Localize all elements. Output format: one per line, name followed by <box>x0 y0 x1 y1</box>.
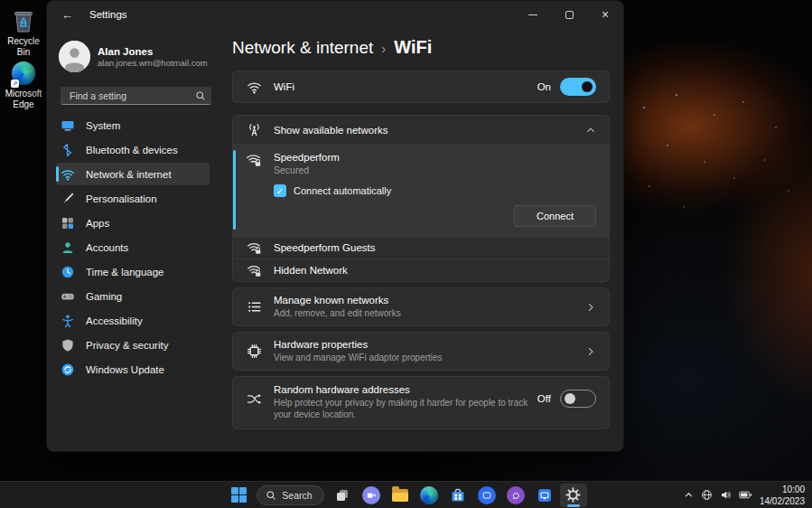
random-addresses-toggle-state: Off <box>537 393 551 404</box>
battery-icon <box>739 489 752 501</box>
breadcrumb-parent[interactable]: Network & internet <box>232 38 373 58</box>
get-help-link[interactable]: ? Get help <box>232 449 610 452</box>
network-speedperform-guests[interactable]: Speedperform Guests <box>233 236 609 259</box>
search-icon <box>195 90 206 101</box>
clock[interactable]: 10:00 14/02/2023 <box>760 484 805 507</box>
sidebar-item-network-internet[interactable]: Network & internet <box>56 163 210 185</box>
taskbar-center-apps: Search <box>225 484 586 507</box>
network-wifi-icon <box>61 167 75 182</box>
start-button[interactable] <box>225 484 252 507</box>
close-button[interactable]: × <box>587 1 623 28</box>
star <box>714 114 715 116</box>
settings-app-button[interactable] <box>560 484 587 507</box>
battery-tray-button[interactable] <box>739 489 752 501</box>
sidebar-item-gaming[interactable]: Gaming <box>56 285 210 307</box>
desktop-icon-label: Recycle Bin <box>0 36 47 57</box>
settings-sidebar: Alan Jones alan.jones.wm@hotmail.com Sys… <box>47 28 219 451</box>
connect-automatically-label: Connect automatically <box>294 185 391 196</box>
sidebar-item-system[interactable]: System <box>56 114 210 136</box>
volume-tray-button[interactable] <box>720 489 732 501</box>
connect-button[interactable]: Connect <box>514 205 596 227</box>
sidebar-item-time-language[interactable]: Time & language <box>56 260 210 283</box>
system-icon <box>61 118 75 133</box>
star <box>704 161 705 163</box>
recycle-bin-icon <box>10 7 37 34</box>
store-icon <box>450 487 466 503</box>
search-input[interactable] <box>68 89 195 102</box>
chat-icon <box>362 486 380 504</box>
desktop-icon-label: Microsoft Edge <box>0 89 47 109</box>
task-view-icon <box>334 487 350 503</box>
microsoft-store-button[interactable] <box>444 484 471 507</box>
random-addresses-toggle[interactable] <box>560 390 596 408</box>
clock-time: 10:00 <box>760 484 805 495</box>
edge-button[interactable] <box>415 484 443 507</box>
random-hardware-addresses-card: Random hardware addresses Help protect y… <box>232 376 610 429</box>
settings-nav: System Bluetooth & devices Network & int… <box>47 114 219 381</box>
desktop-icon-recycle-bin[interactable]: Recycle Bin <box>0 7 47 57</box>
star <box>676 94 677 96</box>
cast-app-button[interactable] <box>531 484 558 507</box>
cast-app-icon <box>537 487 553 503</box>
accessibility-icon <box>61 314 75 328</box>
time-language-icon <box>61 265 75 279</box>
manage-known-subtitle: Add, remove, and edit networks <box>274 307 401 319</box>
wifi-secured-icon <box>246 262 262 278</box>
sidebar-item-windows-update[interactable]: Windows Update <box>56 358 210 381</box>
task-view-button[interactable] <box>329 484 356 507</box>
wifi-toggle-state: On <box>537 81 551 92</box>
known-networks-icon <box>246 299 262 315</box>
minimize-button[interactable] <box>515 1 551 28</box>
loop-app-button[interactable] <box>502 484 529 507</box>
desktop-icon-microsoft-edge[interactable]: ↗ Microsoft Edge <box>0 60 47 109</box>
tray-chevron-icon <box>684 490 694 500</box>
chat-button[interactable] <box>358 484 385 507</box>
manage-known-networks-row[interactable]: Manage known networks Add, remove, and e… <box>233 288 609 325</box>
get-help-label: Get help <box>256 451 294 453</box>
sidebar-item-privacy-security[interactable]: Privacy & security <box>56 334 210 356</box>
hardware-properties-row[interactable]: Hardware properties View and manage WiFi… <box>233 333 609 370</box>
broadcast-icon <box>246 122 262 138</box>
file-explorer-button[interactable] <box>387 484 414 507</box>
maximize-icon <box>565 11 574 19</box>
file-explorer-icon <box>392 489 408 502</box>
maximize-button[interactable] <box>551 1 587 28</box>
wifi-toggle[interactable] <box>560 78 596 96</box>
window-title: Settings <box>89 9 127 20</box>
network-tray-button[interactable] <box>701 489 713 501</box>
shortcut-arrow-icon: ↗ <box>11 80 19 88</box>
show-available-networks-label: Show available networks <box>274 125 388 136</box>
user-profile[interactable]: Alan Jones alan.jones.wm@hotmail.com <box>59 41 211 72</box>
hardware-properties-card: Hardware properties View and manage WiFi… <box>232 332 610 371</box>
wifi-secured-icon <box>246 240 262 256</box>
chevron-up-icon <box>585 125 596 136</box>
back-button[interactable]: ← <box>61 8 76 22</box>
show-available-networks-row[interactable]: Show available networks <box>233 116 609 144</box>
connect-automatically-option[interactable]: ✓ Connect automatically <box>274 184 596 197</box>
sidebar-item-accessibility[interactable]: Accessibility <box>56 309 210 332</box>
selected-network-panel: Speedperform Secured ✓ Connect automatic… <box>233 144 609 236</box>
edge-icon: ↗ <box>10 60 37 87</box>
taskbar-search[interactable]: Search <box>257 485 323 505</box>
network-hidden-network[interactable]: Hidden Network <box>233 259 609 281</box>
shuffle-icon <box>246 390 262 407</box>
avatar <box>59 41 90 72</box>
media-app-button[interactable] <box>473 484 500 507</box>
user-email: alan.jones.wm@hotmail.com <box>98 58 208 68</box>
star <box>742 101 744 103</box>
hardware-title: Hardware properties <box>274 339 443 350</box>
apps-icon <box>61 216 75 230</box>
sidebar-item-accounts[interactable]: Accounts <box>56 236 210 259</box>
sidebar-item-personalisation[interactable]: Personalisation <box>56 187 210 210</box>
sidebar-item-bluetooth-devices[interactable]: Bluetooth & devices <box>56 138 210 161</box>
settings-main: Network & internet › WiFi WiFi On <box>219 28 623 451</box>
tray-chevron-button[interactable] <box>684 490 694 500</box>
star <box>788 190 789 192</box>
clock-date: 14/02/2023 <box>760 495 805 507</box>
checkbox-checked-icon[interactable]: ✓ <box>274 184 286 197</box>
system-tray: 10:00 14/02/2023 <box>684 482 805 508</box>
random-hardware-addresses-row: Random hardware addresses Help protect y… <box>233 377 609 428</box>
sidebar-item-apps[interactable]: Apps <box>56 212 210 234</box>
hardware-subtitle: View and manage WiFi adaptor properties <box>274 352 443 363</box>
network-speedperform[interactable]: Speedperform Secured <box>246 152 596 175</box>
